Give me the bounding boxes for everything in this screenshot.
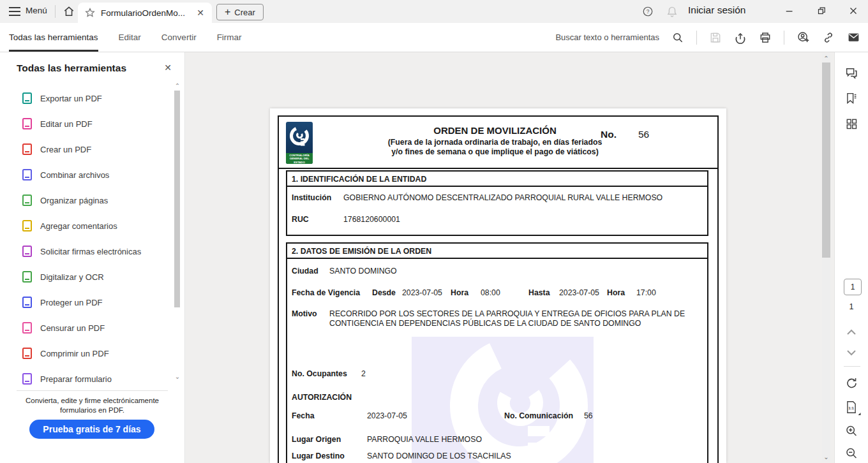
help-icon[interactable]: ? xyxy=(642,6,654,17)
section-datos-emision: 2. DATOS DE EMISIÓN DE LA ORDEN Ciudad S… xyxy=(286,242,708,463)
page-down-icon[interactable] xyxy=(846,348,857,357)
organize-pages-icon xyxy=(22,195,32,206)
tool-item-label: Combinar archivos xyxy=(40,170,109,180)
free-trial-button[interactable]: Prueba gratis de 7 días xyxy=(29,420,154,439)
tab-close-icon[interactable]: ✕ xyxy=(195,8,206,18)
link-icon[interactable] xyxy=(822,31,835,44)
tool-item-label: Censurar un PDF xyxy=(40,323,105,333)
tools-list: Exportar un PDF Editar un PDF Crear un P… xyxy=(0,85,172,390)
tab-edit[interactable]: Editar xyxy=(119,23,141,52)
bookmarks-icon[interactable] xyxy=(845,92,858,105)
form-subtitle: (Fuera de la jornada ordinaria de trabaj… xyxy=(343,138,647,156)
prepare-form-item[interactable]: Preparar formulario xyxy=(0,366,172,390)
ruc-label: RUC xyxy=(292,215,309,224)
add-comments-item[interactable]: Agregar comentarios xyxy=(0,213,172,239)
comunicacion-label: No. Comunicación xyxy=(504,411,573,420)
ciudad-value: SANTO DOMINGO xyxy=(329,267,397,276)
redact-pdf-item[interactable]: Censurar un PDF xyxy=(0,315,172,341)
rotate-page-icon[interactable] xyxy=(845,376,858,390)
compress-pdf-item[interactable]: Comprimir un PDF xyxy=(0,341,172,366)
motivo-value-line1: RECORRIDO POR LOS SECTORES DE LA PARROQU… xyxy=(329,309,685,318)
combine-files-item[interactable]: Combinar archivos xyxy=(0,162,172,187)
edit-pdf-item[interactable]: Editar un PDF xyxy=(0,111,172,136)
ciudad-label: Ciudad xyxy=(292,267,318,276)
panel-title: Todas las herramientas xyxy=(17,62,126,74)
print-icon[interactable] xyxy=(759,31,772,44)
scrollbar-thumb[interactable] xyxy=(174,91,180,307)
sign-in-button[interactable]: Iniciar sesión xyxy=(688,4,745,16)
pdf-page: CONTRALORÍA GENERAL DEL ESTADO ORDEN DE … xyxy=(270,108,726,463)
motivo-label: Motivo xyxy=(292,309,317,318)
destino-value: SANTO DOMINGO DE LOS TSACHILAS xyxy=(367,452,511,460)
zoom-in-icon[interactable] xyxy=(845,424,858,437)
protect-pdf-item[interactable]: Proteger un PDF xyxy=(0,290,172,315)
search-label[interactable]: Buscar texto o herramientas xyxy=(555,33,659,42)
create-button[interactable]: + Crear xyxy=(216,4,264,20)
scan-ocr-item[interactable]: Digitalizar y OCR xyxy=(0,264,172,290)
document-tab[interactable]: FormularioOrdenMo... ✕ xyxy=(78,3,212,23)
add-reviewer-icon[interactable] xyxy=(797,31,810,44)
fecha-value: 2023-07-05 xyxy=(367,411,407,420)
protect-pdf-icon xyxy=(22,297,32,308)
tool-item-label: Crear un PDF xyxy=(40,145,91,154)
scroll-down-icon[interactable]: ⌄ xyxy=(174,374,181,380)
cge-logo-caption: CONTRALORÍA GENERAL DEL ESTADO xyxy=(286,153,313,164)
tool-item-label: Preparar formulario xyxy=(40,374,112,384)
doc-scroll-down-icon[interactable]: ⌄ xyxy=(822,453,830,460)
zoom-out-icon[interactable] xyxy=(845,446,858,460)
ruc-value: 1768120600001 xyxy=(343,215,400,224)
origen-label: Lugar Origen xyxy=(292,435,341,444)
window-close-icon[interactable] xyxy=(848,5,859,17)
actual-size-icon[interactable]: 1:1 xyxy=(845,400,858,415)
panel-close-icon[interactable]: ✕ xyxy=(164,62,172,73)
tool-item-label: Editar un PDF xyxy=(40,119,93,129)
right-rail: 1 1 1:1 xyxy=(834,52,868,463)
document-scrollbar[interactable]: ⌃ ⌄ xyxy=(822,54,830,462)
organize-pages-item[interactable]: Organizar páginas xyxy=(0,187,172,213)
window-restore-icon[interactable] xyxy=(816,5,827,17)
form-number-label: No. xyxy=(601,129,617,140)
hora1-value: 08:00 xyxy=(481,288,500,297)
tab-convert[interactable]: Convertir xyxy=(161,23,197,52)
tab-all-tools[interactable]: Todas las herramientas xyxy=(9,23,98,52)
tab-sign[interactable]: Firmar xyxy=(217,23,242,52)
redact-pdf-icon xyxy=(22,322,32,334)
scroll-up-icon[interactable]: ⌃ xyxy=(174,83,181,89)
cge-logo: CONTRALORÍA GENERAL DEL ESTADO xyxy=(286,122,313,164)
comunicacion-value: 56 xyxy=(584,411,593,420)
panel-scrollbar[interactable]: ⌃ ⌄ xyxy=(174,83,181,380)
menubar: Todas las herramientas Editar Convertir … xyxy=(0,23,868,52)
add-comments-icon xyxy=(22,220,32,231)
request-signatures-item[interactable]: Solicitar firmas electrónicas xyxy=(0,239,172,264)
page-number-input[interactable]: 1 xyxy=(844,279,862,295)
comments-icon[interactable] xyxy=(844,66,858,80)
create-pdf-item[interactable]: Crear un PDF xyxy=(0,136,172,162)
fecha-label: Fecha xyxy=(292,411,315,420)
autorizacion-heading: AUTORIZACIÓN xyxy=(292,393,352,402)
tool-item-label: Exportar un PDF xyxy=(40,94,102,103)
hora1-label: Hora xyxy=(451,288,468,297)
section2-heading: 2. DATOS DE EMISIÓN DE LA ORDEN xyxy=(287,244,707,259)
menu-button[interactable]: Menú xyxy=(26,6,47,15)
page-thumbnails-icon[interactable] xyxy=(845,117,858,130)
notifications-bell-icon[interactable] xyxy=(666,5,678,18)
motivo-value-line2: CONTIGENCIA EN DEPENDENCIAS PÚBLICAS DE … xyxy=(329,319,641,328)
menubar-tabs: Todas las herramientas Editar Convertir … xyxy=(9,23,242,52)
home-icon[interactable] xyxy=(63,5,75,18)
menu-hamburger-icon[interactable] xyxy=(9,7,20,16)
favorite-star-icon[interactable] xyxy=(84,7,96,18)
destino-label: Lugar Destino xyxy=(292,452,345,460)
email-icon[interactable] xyxy=(847,31,860,44)
window-minimize-icon[interactable] xyxy=(784,5,795,17)
page-up-icon[interactable] xyxy=(846,328,857,337)
doc-scroll-up-icon[interactable]: ⌃ xyxy=(822,55,830,62)
plus-icon: + xyxy=(225,7,230,17)
section1-heading: 1. IDENTIFICACIÓN DE LA ENTIDAD xyxy=(287,172,707,187)
ocupantes-value: 2 xyxy=(361,369,366,378)
doc-scrollbar-thumb[interactable] xyxy=(822,62,830,258)
share-upload-icon[interactable] xyxy=(734,31,747,44)
tool-item-label: Organizar páginas xyxy=(40,196,108,205)
search-icon[interactable] xyxy=(671,31,684,44)
save-icon xyxy=(709,31,722,44)
export-pdf-item[interactable]: Exportar un PDF xyxy=(0,85,172,111)
